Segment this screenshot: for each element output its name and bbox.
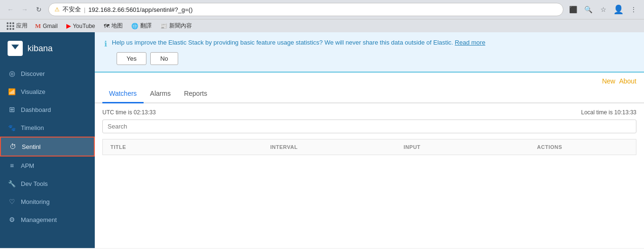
grid-icon bbox=[7, 22, 14, 30]
bookmark-button[interactable]: ☆ bbox=[597, 3, 610, 16]
bookmark-youtube[interactable]: ▶ YouTube bbox=[63, 21, 99, 30]
timelion-icon: 🐾 bbox=[8, 123, 16, 132]
management-icon: ⚙ bbox=[8, 215, 16, 224]
sidebar-item-monitoring[interactable]: ♡ Monitoring bbox=[0, 193, 95, 211]
bookmark-gmail[interactable]: M Gmail bbox=[31, 21, 62, 31]
bookmark-maps[interactable]: 🗺 地图 bbox=[100, 21, 127, 31]
sidebar: kibana ◎ Discover 📶 Visualize ⊞ Dashboar… bbox=[0, 32, 95, 248]
sidebar-item-management-label: Management bbox=[21, 216, 57, 223]
monitoring-icon: ♡ bbox=[8, 197, 16, 206]
zoom-button[interactable]: 🔍 bbox=[581, 3, 595, 16]
menu-button[interactable]: ⋮ bbox=[627, 3, 640, 16]
security-label: 不安全 bbox=[63, 5, 81, 14]
sidebar-item-monitoring-label: Monitoring bbox=[21, 198, 50, 205]
browser-actions: ⬛ 🔍 ☆ 👤 ⋮ bbox=[566, 3, 640, 16]
sidebar-item-visualize-label: Visualize bbox=[21, 88, 45, 95]
address-divider: | bbox=[84, 6, 85, 13]
kibana-logo-icon bbox=[8, 41, 23, 56]
sidebar-item-sentinl-label: Sentinl bbox=[22, 143, 41, 150]
discover-icon: ◎ bbox=[8, 69, 16, 78]
browser-toolbar: ← → ↻ ⚠ 不安全 | 192.168.2.66:5601/app/sent… bbox=[0, 0, 644, 19]
address-text: 192.168.2.66:5601/app/sentinl#?_g=() bbox=[88, 6, 557, 13]
table-header: TITLE INTERVAL INPUT ACTIONS bbox=[103, 139, 636, 155]
sidebar-item-apm[interactable]: ≡ APM bbox=[0, 157, 95, 175]
watchers-content: UTC time is 02:13:33 Local time is 10:13… bbox=[95, 103, 644, 161]
sidebar-item-dashboard-label: Dashboard bbox=[21, 106, 51, 113]
bookmark-maps-label: 地图 bbox=[111, 22, 123, 30]
bookmark-news[interactable]: 📰 新聞內容 bbox=[156, 21, 196, 31]
bookmark-translate-label: 翻譯 bbox=[140, 22, 152, 30]
bookmark-news-label: 新聞內容 bbox=[169, 22, 192, 30]
sidebar-item-discover[interactable]: ◎ Discover bbox=[0, 65, 95, 83]
translate-icon: 🌐 bbox=[131, 23, 138, 29]
sentinl-icon: ⏱ bbox=[9, 142, 17, 151]
info-banner: ℹ Help us improve the Elastic Stack by p… bbox=[95, 32, 644, 73]
about-link[interactable]: About bbox=[619, 77, 636, 85]
sidebar-item-discover-label: Discover bbox=[21, 70, 45, 77]
sidebar-item-dashboard[interactable]: ⊞ Dashboard bbox=[0, 101, 95, 119]
new-link[interactable]: New bbox=[602, 77, 615, 85]
youtube-icon: ▶ bbox=[66, 22, 71, 29]
sidebar-logo: kibana bbox=[0, 32, 95, 65]
dashboard-icon: ⊞ bbox=[8, 105, 16, 114]
yes-button[interactable]: Yes bbox=[117, 52, 146, 65]
bookmarks-bar: 应用 M Gmail ▶ YouTube 🗺 地图 🌐 翻譯 📰 新聞內容 bbox=[0, 19, 644, 32]
main-content: ℹ Help us improve the Elastic Stack by p… bbox=[95, 32, 644, 248]
profile-button[interactable]: 👤 bbox=[612, 3, 625, 16]
forward-button[interactable]: → bbox=[18, 3, 31, 16]
bookmark-translate[interactable]: 🌐 翻譯 bbox=[127, 21, 155, 31]
apps-label: 应用 bbox=[16, 22, 27, 30]
maps-icon: 🗺 bbox=[104, 23, 109, 29]
no-button[interactable]: No bbox=[150, 52, 178, 65]
tabs-bar: Watchers Alarms Reports bbox=[95, 85, 644, 103]
info-icon: ℹ bbox=[104, 39, 107, 48]
sidebar-item-timelion-label: Timelion bbox=[21, 124, 44, 131]
sidebar-item-apm-label: APM bbox=[21, 162, 34, 169]
apm-icon: ≡ bbox=[8, 161, 16, 170]
screen-cast-button[interactable]: ⬛ bbox=[566, 3, 580, 16]
sentinl-area: New About Watchers Alarms Reports UTC ti… bbox=[95, 73, 644, 248]
sentinl-header: New About bbox=[95, 73, 644, 85]
local-time: Local time is 10:13:33 bbox=[581, 109, 636, 116]
visualize-icon: 📶 bbox=[8, 87, 16, 96]
tab-alarms[interactable]: Alarms bbox=[144, 85, 178, 103]
time-bar: UTC time is 02:13:33 Local time is 10:13… bbox=[102, 109, 636, 116]
sidebar-title: kibana bbox=[27, 44, 53, 54]
dev-tools-icon: 🔧 bbox=[8, 179, 16, 188]
search-input[interactable] bbox=[102, 120, 636, 133]
col-actions: ACTIONS bbox=[529, 139, 636, 155]
watchers-table: TITLE INTERVAL INPUT ACTIONS bbox=[102, 139, 636, 155]
app-container: kibana ◎ Discover 📶 Visualize ⊞ Dashboar… bbox=[0, 32, 644, 248]
table-header-row: TITLE INTERVAL INPUT ACTIONS bbox=[103, 139, 636, 155]
read-more-link[interactable]: Read more bbox=[455, 39, 485, 46]
col-input: INPUT bbox=[396, 139, 530, 155]
sidebar-item-timelion[interactable]: 🐾 Timelion bbox=[0, 119, 95, 137]
apps-button[interactable]: 应用 bbox=[4, 21, 30, 31]
browser-chrome: ← → ↻ ⚠ 不安全 | 192.168.2.66:5601/app/sent… bbox=[0, 0, 644, 32]
sidebar-item-dev-tools-label: Dev Tools bbox=[21, 180, 48, 187]
tab-watchers[interactable]: Watchers bbox=[102, 85, 144, 103]
bookmark-youtube-label: YouTube bbox=[73, 23, 95, 29]
sidebar-nav: ◎ Discover 📶 Visualize ⊞ Dashboard 🐾 Tim… bbox=[0, 65, 95, 248]
sidebar-item-visualize[interactable]: 📶 Visualize bbox=[0, 83, 95, 101]
news-icon: 📰 bbox=[160, 23, 167, 29]
banner-text: Help us improve the Elastic Stack by pro… bbox=[112, 39, 635, 46]
nav-buttons: ← → ↻ bbox=[4, 3, 45, 16]
sidebar-item-sentinl[interactable]: ⏱ Sentinl bbox=[0, 137, 95, 157]
gmail-icon: M bbox=[35, 22, 41, 30]
col-interval: INTERVAL bbox=[263, 139, 396, 155]
sidebar-item-dev-tools[interactable]: 🔧 Dev Tools bbox=[0, 175, 95, 193]
back-button[interactable]: ← bbox=[4, 3, 17, 16]
address-bar[interactable]: ⚠ 不安全 | 192.168.2.66:5601/app/sentinl#?_… bbox=[48, 3, 563, 16]
col-title: TITLE bbox=[103, 139, 263, 155]
utc-time: UTC time is 02:13:33 bbox=[102, 109, 156, 116]
sidebar-item-management[interactable]: ⚙ Management bbox=[0, 211, 95, 229]
tab-reports[interactable]: Reports bbox=[177, 85, 214, 103]
security-icon: ⚠ bbox=[54, 6, 60, 13]
refresh-button[interactable]: ↻ bbox=[32, 3, 45, 16]
bookmark-gmail-label: Gmail bbox=[43, 23, 57, 29]
